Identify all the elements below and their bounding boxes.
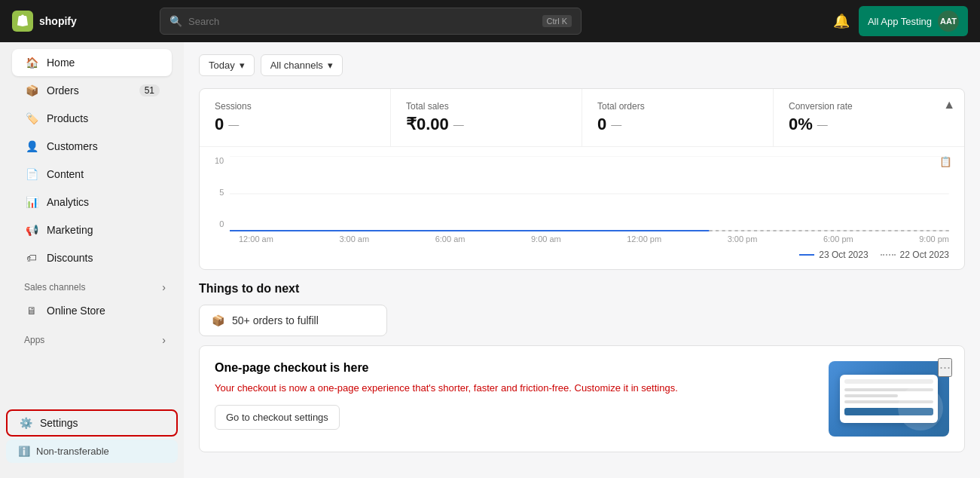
stat-conversion-rate: Conversion rate 0% — ▲ <box>774 89 964 146</box>
non-transferable-label: Non-transferable <box>36 446 109 457</box>
stat-total-orders: Total orders 0 — <box>582 89 774 146</box>
checkout-title: One-page checkout is here <box>215 361 817 375</box>
sidebar-item-products[interactable]: 🏷️ Products <box>12 105 172 132</box>
period-filter[interactable]: Today ▾ <box>199 54 255 76</box>
apps-arrow[interactable]: › <box>162 334 166 346</box>
stats-row: Sessions 0 — Total sales ₹0.00 — Total o… <box>200 89 964 147</box>
sidebar-item-analytics[interactable]: 📊 Analytics <box>12 188 172 216</box>
header-right: 🔔 All App Testing AAT <box>833 6 968 36</box>
channel-filter[interactable]: All channels ▾ <box>261 54 343 76</box>
sidebar-item-orders[interactable]: 📦 Orders 51 <box>12 77 172 104</box>
sidebar-item-orders-label: Orders <box>47 84 79 97</box>
x-label-2: 6:00 am <box>435 234 466 244</box>
sidebar-item-discounts[interactable]: 🏷 Discounts <box>12 244 172 271</box>
orders-badge: 51 <box>139 84 160 97</box>
legend-today-label: 23 Oct 2023 <box>819 250 868 260</box>
search-bar[interactable]: 🔍 Ctrl K <box>160 8 582 35</box>
search-input[interactable] <box>188 16 536 27</box>
channel-label: All channels <box>270 60 323 71</box>
conversion-rate-label: Conversion rate <box>789 101 949 112</box>
legend-yesterday: 22 Oct 2023 <box>881 250 949 260</box>
marketing-icon: 📢 <box>24 222 39 237</box>
analytics-icon: 📊 <box>24 195 39 210</box>
search-shortcut: Ctrl K <box>542 15 572 27</box>
legend-yesterday-label: 22 Oct 2023 <box>900 250 949 260</box>
checkout-link-label: Go to checkout settings <box>226 412 328 423</box>
sidebar: 🏠 Home 📦 Orders 51 🏷️ Products 👤 Custome… <box>0 42 184 478</box>
legend-today: 23 Oct 2023 <box>799 250 868 260</box>
app-header: shopify 🔍 Ctrl K 🔔 All App Testing AAT <box>0 0 980 42</box>
channel-chevron-icon: ▾ <box>328 60 333 71</box>
store-badge[interactable]: All App Testing AAT <box>859 6 968 36</box>
sessions-label: Sessions <box>215 101 375 112</box>
avatar: AAT <box>938 11 959 32</box>
sidebar-item-settings[interactable]: ⚙️ Settings <box>6 409 178 437</box>
non-transferable-item: ℹ️ Non-transferable <box>6 440 178 463</box>
things-to-do-title: Things to do next <box>199 282 965 296</box>
total-sales-label: Total sales <box>406 101 566 112</box>
x-label-7: 9:00 pm <box>919 234 949 244</box>
checkout-more-button[interactable]: ··· <box>938 358 952 377</box>
x-label-4: 12:00 pm <box>627 234 661 244</box>
collapse-chart-button[interactable]: ▲ <box>943 98 955 112</box>
discounts-icon: 🏷 <box>24 250 39 265</box>
mock-line-2 <box>844 394 898 397</box>
online-store-icon: 🖥 <box>24 303 39 318</box>
sales-channels-arrow[interactable]: › <box>162 281 166 293</box>
total-orders-label: Total orders <box>597 101 758 112</box>
sidebar-item-customers[interactable]: 👤 Customers <box>12 133 172 160</box>
x-label-0: 12:00 am <box>239 234 273 244</box>
logo-icon <box>12 11 33 32</box>
sidebar-item-analytics-label: Analytics <box>47 196 89 208</box>
x-label-3: 9:00 am <box>531 234 561 244</box>
chart-legend: 23 Oct 2023 22 Oct 2023 <box>215 250 949 269</box>
total-sales-value: ₹0.00 — <box>406 115 566 134</box>
stat-sessions: Sessions 0 — <box>200 89 391 146</box>
things-to-do-section: Things to do next 📦 50+ orders to fulfil… <box>199 282 965 336</box>
legend-dotted-line <box>881 254 896 256</box>
sidebar-settings-label: Settings <box>40 417 78 429</box>
checkout-settings-button[interactable]: Go to checkout settings <box>215 405 340 430</box>
notification-button[interactable]: 🔔 <box>833 13 850 29</box>
legend-solid-line <box>799 254 814 256</box>
x-label-1: 3:00 am <box>339 234 369 244</box>
x-labels: 12:00 am 3:00 am 6:00 am 9:00 am 12:00 p… <box>215 231 949 250</box>
checkout-image <box>829 361 949 437</box>
settings-icon: ⚙️ <box>20 417 32 429</box>
box-icon: 📦 <box>212 314 224 326</box>
sales-channels-label: Sales channels <box>24 282 85 293</box>
content-icon: 📄 <box>24 167 39 182</box>
chart-container: 📋 10 5 0 <box>200 147 964 269</box>
y-label-5: 5 <box>219 188 224 197</box>
chart-svg <box>230 156 949 231</box>
sales-channels-section: Sales channels › <box>6 272 178 296</box>
sidebar-item-home[interactable]: 🏠 Home <box>12 49 172 76</box>
mock-browser-bar <box>844 379 933 384</box>
info-icon: ℹ️ <box>18 446 30 457</box>
sidebar-item-customers-label: Customers <box>47 140 98 152</box>
y-label-10: 10 <box>215 156 224 165</box>
conversion-rate-value: 0% — <box>789 115 949 134</box>
home-icon: 🏠 <box>24 55 39 70</box>
sidebar-item-marketing[interactable]: 📢 Marketing <box>12 216 172 244</box>
sidebar-item-products-label: Products <box>47 112 88 124</box>
more-icon: ··· <box>939 360 951 375</box>
products-icon: 🏷️ <box>24 111 39 126</box>
checkout-description: Your checkout is now a one-page experien… <box>215 381 817 396</box>
sessions-value: 0 — <box>215 115 375 134</box>
y-label-0: 0 <box>219 219 224 228</box>
period-chevron-icon: ▾ <box>240 60 245 71</box>
main-content: Today ▾ All channels ▾ Sessions 0 — Tot <box>184 42 980 478</box>
period-label: Today <box>209 60 235 71</box>
fulfill-orders-label: 50+ orders to fulfill <box>232 314 319 326</box>
sidebar-item-home-label: Home <box>47 57 75 69</box>
sidebar-item-content[interactable]: 📄 Content <box>12 161 172 188</box>
fulfill-orders-button[interactable]: 📦 50+ orders to fulfill <box>199 305 387 336</box>
filter-bar: Today ▾ All channels ▾ <box>199 54 965 76</box>
x-label-6: 6:00 pm <box>823 234 853 244</box>
store-name: All App Testing <box>868 16 932 27</box>
sidebar-item-online-store[interactable]: 🖥 Online Store <box>12 297 172 324</box>
stats-card: Sessions 0 — Total sales ₹0.00 — Total o… <box>199 88 965 270</box>
logo: shopify <box>12 11 148 32</box>
sidebar-bottom: ⚙️ Settings ℹ️ Non-transferable <box>0 403 184 472</box>
